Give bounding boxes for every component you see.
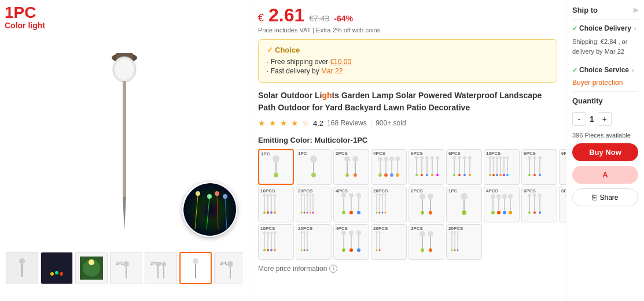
variant-6pcs-6[interactable]: 6PCS [559, 187, 566, 222]
variant-1pc-2[interactable]: 1PC [296, 149, 332, 185]
svg-point-111 [538, 156, 542, 159]
variant-10pcs-2[interactable]: 10PCS [258, 187, 294, 222]
variant-2pcs-3[interactable]: 2PCS [409, 224, 444, 260]
quantity-available: 396 Pieces available [572, 132, 638, 139]
svg-point-87 [469, 174, 471, 176]
svg-point-81 [463, 156, 466, 159]
variant-1pc-3[interactable]: 1PC [446, 187, 482, 222]
svg-point-229 [301, 250, 303, 251]
price-currency: € [258, 12, 264, 24]
svg-point-146 [301, 212, 303, 214]
svg-point-91 [492, 157, 495, 159]
thumbnail-1[interactable] [6, 252, 38, 284]
svg-point-200 [533, 211, 536, 214]
svg-point-17 [46, 258, 67, 278]
variant-20pcs-3[interactable]: 20PCS [296, 224, 332, 260]
color-variants-grid: 1PC 1PC 2PCS 4PCS 6PCS 6PCS [258, 149, 557, 260]
svg-point-36 [227, 261, 233, 267]
more-price-info-icon: i [329, 265, 337, 273]
variant-20pcs-5[interactable]: 20PCS [446, 224, 482, 260]
choice-service-row[interactable]: ✓ Choice Service › [572, 66, 638, 74]
svg-point-189 [491, 211, 495, 214]
svg-point-157 [342, 211, 345, 214]
choice-service-arrow: › [632, 66, 634, 73]
thumbnail-2[interactable] [41, 252, 73, 284]
share-icon: ⎘ [592, 193, 597, 202]
variant-2pcs[interactable]: 2PCS [333, 149, 369, 185]
variant-4pcs-3[interactable]: 4PCS [484, 187, 520, 222]
product-image [67, 17, 182, 237]
more-price-info[interactable]: More price information i [258, 265, 557, 273]
variant-4pcs[interactable]: 4PCS [371, 149, 407, 185]
svg-point-114 [539, 174, 541, 176]
svg-point-77 [452, 156, 456, 159]
variant-1pc-selected[interactable]: 1PC [258, 149, 294, 185]
variant-10pcs-3[interactable]: 10PCS [258, 224, 294, 260]
free-shipping-amount[interactable]: €10.00 [330, 58, 351, 66]
star-1: ★ [258, 118, 266, 128]
svg-point-41 [310, 155, 317, 162]
svg-point-89 [489, 157, 492, 159]
svg-point-105 [506, 174, 509, 176]
svg-point-48 [354, 173, 357, 177]
svg-point-150 [312, 212, 314, 214]
svg-marker-5 [123, 196, 126, 231]
buy-now-button[interactable]: Buy Now [572, 143, 638, 161]
thumbnail-3[interactable] [75, 252, 108, 284]
svg-point-127 [267, 194, 270, 197]
thumbnail-6[interactable] [179, 252, 212, 284]
svg-point-73 [426, 174, 428, 176]
svg-point-246 [379, 250, 381, 251]
ship-to-label: Ship to [572, 6, 598, 14]
variant-6pcs-3[interactable]: 6PCS [521, 149, 557, 185]
choice-delivery-row[interactable]: ✓ Choice Delivery › [572, 24, 638, 32]
variant-2pcs-2[interactable]: 2PCS [409, 187, 444, 222]
svg-point-59 [390, 173, 393, 177]
svg-point-50 [378, 157, 382, 161]
svg-point-158 [349, 211, 353, 214]
variant-20pcs-4[interactable]: 20PCS [371, 224, 407, 260]
thumbnail-7[interactable]: 1PC [214, 252, 243, 284]
variant-10pcs-1[interactable]: 10PCS [484, 149, 520, 185]
variant-6pcs-1[interactable]: 6PCS [409, 149, 444, 185]
thumbnail-4[interactable]: 1PC [110, 252, 142, 284]
svg-point-219 [263, 249, 266, 251]
price-discount: -64% [334, 14, 353, 23]
share-button[interactable]: ⎘ Share [572, 188, 638, 206]
svg-point-54 [389, 157, 394, 161]
svg-point-103 [499, 174, 502, 176]
svg-point-139 [303, 194, 306, 196]
svg-point-85 [458, 174, 461, 176]
svg-point-93 [496, 157, 499, 159]
quantity-value: 1 [590, 114, 594, 124]
svg-point-184 [496, 194, 501, 199]
review-count[interactable]: 168 Reviews [327, 119, 367, 127]
svg-point-135 [274, 211, 276, 214]
quantity-plus-button[interactable]: + [598, 112, 612, 126]
variant-20pcs-1[interactable]: 20PCS [296, 187, 332, 222]
svg-point-190 [497, 211, 501, 214]
svg-point-74 [431, 174, 433, 176]
svg-point-99 [506, 157, 509, 159]
svg-point-79 [458, 156, 461, 159]
svg-point-132 [263, 211, 266, 214]
svg-point-129 [270, 194, 273, 197]
price-current: 2.61 [268, 6, 304, 24]
svg-point-171 [385, 212, 387, 214]
svg-point-228 [306, 231, 308, 233]
svg-point-56 [395, 157, 400, 161]
thumbnail-5[interactable]: 2PCS [145, 252, 177, 284]
variant-4pcs-4[interactable]: 4PCS [333, 224, 369, 260]
ship-to-row[interactable]: Ship to ▶ [572, 6, 638, 14]
svg-point-97 [503, 157, 506, 159]
variant-20pcs-2[interactable]: 20PCS [371, 187, 407, 222]
variant-6pcs-2[interactable]: 6PCS [446, 149, 482, 185]
variant-6pcs-5[interactable]: 6PCS [521, 187, 557, 222]
svg-point-20 [60, 272, 63, 276]
variant-6pcs-4[interactable]: 6PCS [559, 149, 566, 185]
quantity-minus-button[interactable]: - [572, 112, 586, 126]
svg-point-134 [270, 211, 273, 214]
svg-point-182 [491, 194, 495, 199]
variant-4pcs-2[interactable]: 4PCS [333, 187, 369, 222]
add-to-cart-button[interactable]: A [572, 166, 638, 184]
